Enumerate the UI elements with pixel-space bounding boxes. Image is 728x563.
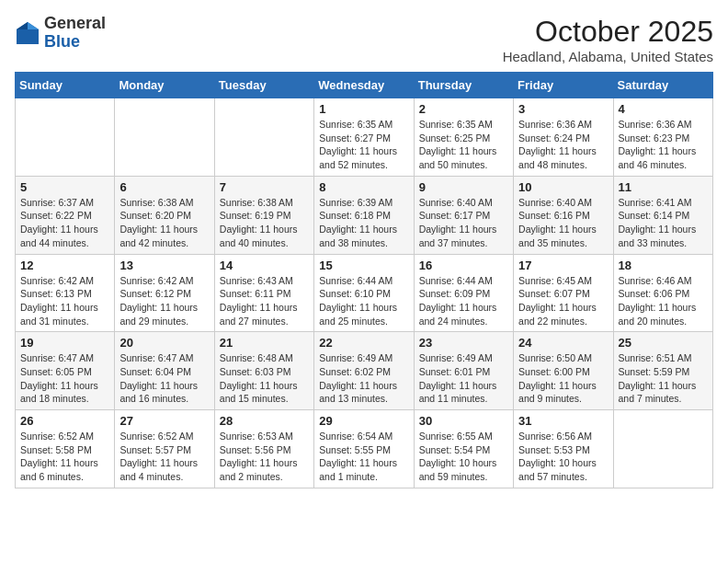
weekday-header-sunday: Sunday [16,73,115,98]
calendar-table: SundayMondayTuesdayWednesdayThursdayFrid… [15,72,713,488]
day-info: Sunrise: 6:49 AM Sunset: 6:02 PM Dayligh… [319,351,408,406]
day-number: 23 [419,336,508,350]
day-info: Sunrise: 6:40 AM Sunset: 6:17 PM Dayligh… [419,196,508,250]
week-row-5: 26Sunrise: 6:52 AM Sunset: 5:58 PM Dayli… [16,410,713,488]
day-cell: 3Sunrise: 6:36 AM Sunset: 6:24 PM Daylig… [514,98,613,177]
day-number: 21 [220,336,309,350]
day-number: 11 [619,180,708,194]
day-cell [16,98,115,177]
day-cell [115,98,214,177]
day-cell: 25Sunrise: 6:51 AM Sunset: 5:59 PM Dayli… [613,332,712,410]
day-cell: 20Sunrise: 6:47 AM Sunset: 6:04 PM Dayli… [115,332,214,410]
day-cell: 7Sunrise: 6:38 AM Sunset: 6:19 PM Daylig… [214,176,313,254]
day-info: Sunrise: 6:53 AM Sunset: 5:56 PM Dayligh… [220,430,309,484]
day-number: 29 [319,414,408,428]
day-info: Sunrise: 6:55 AM Sunset: 5:54 PM Dayligh… [419,430,508,484]
day-number: 30 [419,414,508,428]
day-cell: 16Sunrise: 6:44 AM Sunset: 6:09 PM Dayli… [414,254,513,332]
day-cell: 6Sunrise: 6:38 AM Sunset: 6:20 PM Daylig… [115,176,214,254]
day-info: Sunrise: 6:52 AM Sunset: 5:58 PM Dayligh… [20,430,109,484]
day-number: 9 [419,180,508,194]
day-info: Sunrise: 6:48 AM Sunset: 6:03 PM Dayligh… [220,351,309,406]
svg-marker-2 [17,22,28,29]
weekday-header-friday: Friday [514,73,613,98]
day-cell: 22Sunrise: 6:49 AM Sunset: 6:02 PM Dayli… [314,332,414,410]
weekday-header-monday: Monday [115,73,214,98]
day-number: 31 [518,414,608,428]
day-number: 27 [119,414,209,428]
day-number: 15 [319,259,408,272]
day-cell: 10Sunrise: 6:40 AM Sunset: 6:16 PM Dayli… [514,176,613,254]
month-title: October 2025 [503,15,713,49]
day-info: Sunrise: 6:41 AM Sunset: 6:14 PM Dayligh… [619,196,708,250]
day-cell: 5Sunrise: 6:37 AM Sunset: 6:22 PM Daylig… [16,176,115,254]
day-info: Sunrise: 6:50 AM Sunset: 6:00 PM Dayligh… [518,351,608,406]
day-cell: 19Sunrise: 6:47 AM Sunset: 6:05 PM Dayli… [16,332,115,410]
weekday-header-wednesday: Wednesday [314,73,414,98]
day-info: Sunrise: 6:40 AM Sunset: 6:16 PM Dayligh… [518,196,608,250]
day-number: 19 [20,336,109,350]
day-info: Sunrise: 6:44 AM Sunset: 6:09 PM Dayligh… [419,274,508,328]
day-cell: 27Sunrise: 6:52 AM Sunset: 5:57 PM Dayli… [115,410,214,488]
day-number: 6 [119,180,209,194]
day-info: Sunrise: 6:45 AM Sunset: 6:07 PM Dayligh… [518,274,608,328]
day-cell: 13Sunrise: 6:42 AM Sunset: 6:12 PM Dayli… [115,254,214,332]
day-number: 10 [518,180,608,194]
logo: General Blue [15,15,106,52]
day-cell: 24Sunrise: 6:50 AM Sunset: 6:00 PM Dayli… [514,332,613,410]
day-info: Sunrise: 6:38 AM Sunset: 6:19 PM Dayligh… [220,196,309,250]
week-row-4: 19Sunrise: 6:47 AM Sunset: 6:05 PM Dayli… [16,332,713,410]
day-info: Sunrise: 6:47 AM Sunset: 6:05 PM Dayligh… [20,351,109,406]
day-number: 24 [518,336,608,350]
day-cell: 30Sunrise: 6:55 AM Sunset: 5:54 PM Dayli… [414,410,513,488]
day-info: Sunrise: 6:49 AM Sunset: 6:01 PM Dayligh… [419,351,508,406]
day-info: Sunrise: 6:36 AM Sunset: 6:24 PM Dayligh… [518,118,608,172]
day-cell: 17Sunrise: 6:45 AM Sunset: 6:07 PM Dayli… [514,254,613,332]
day-cell: 21Sunrise: 6:48 AM Sunset: 6:03 PM Dayli… [214,332,313,410]
day-cell: 18Sunrise: 6:46 AM Sunset: 6:06 PM Dayli… [613,254,712,332]
weekday-header-row: SundayMondayTuesdayWednesdayThursdayFrid… [16,73,713,98]
day-cell: 15Sunrise: 6:44 AM Sunset: 6:10 PM Dayli… [314,254,414,332]
day-info: Sunrise: 6:42 AM Sunset: 6:13 PM Dayligh… [20,274,109,328]
week-row-1: 1Sunrise: 6:35 AM Sunset: 6:27 PM Daylig… [16,98,713,177]
week-row-3: 12Sunrise: 6:42 AM Sunset: 6:13 PM Dayli… [16,254,713,332]
day-info: Sunrise: 6:44 AM Sunset: 6:10 PM Dayligh… [319,274,408,328]
day-info: Sunrise: 6:54 AM Sunset: 5:55 PM Dayligh… [319,430,408,484]
day-info: Sunrise: 6:35 AM Sunset: 6:27 PM Dayligh… [319,118,408,172]
day-cell: 28Sunrise: 6:53 AM Sunset: 5:56 PM Dayli… [214,410,313,488]
day-cell: 2Sunrise: 6:35 AM Sunset: 6:25 PM Daylig… [414,98,513,177]
day-number: 8 [319,180,408,194]
day-number: 12 [20,259,109,272]
day-number: 2 [419,102,508,116]
day-cell: 31Sunrise: 6:56 AM Sunset: 5:53 PM Dayli… [514,410,613,488]
day-number: 5 [20,180,109,194]
day-cell: 8Sunrise: 6:39 AM Sunset: 6:18 PM Daylig… [314,176,414,254]
day-number: 7 [220,180,309,194]
svg-marker-1 [28,22,39,29]
day-cell: 23Sunrise: 6:49 AM Sunset: 6:01 PM Dayli… [414,332,513,410]
logo-icon [15,20,40,46]
day-number: 17 [518,259,608,272]
day-info: Sunrise: 6:36 AM Sunset: 6:23 PM Dayligh… [619,118,708,172]
logo-text: General Blue [44,15,106,52]
day-number: 16 [419,259,508,272]
day-number: 4 [619,102,708,116]
day-number: 13 [119,259,209,272]
day-number: 14 [220,259,309,272]
day-cell: 26Sunrise: 6:52 AM Sunset: 5:58 PM Dayli… [16,410,115,488]
day-number: 26 [20,414,109,428]
day-cell: 29Sunrise: 6:54 AM Sunset: 5:55 PM Dayli… [314,410,414,488]
day-info: Sunrise: 6:38 AM Sunset: 6:20 PM Dayligh… [119,196,209,250]
day-number: 22 [319,336,408,350]
weekday-header-tuesday: Tuesday [214,73,313,98]
day-number: 20 [119,336,209,350]
weekday-header-saturday: Saturday [613,73,712,98]
day-info: Sunrise: 6:35 AM Sunset: 6:25 PM Dayligh… [419,118,508,172]
day-number: 3 [518,102,608,116]
day-cell: 4Sunrise: 6:36 AM Sunset: 6:23 PM Daylig… [613,98,712,177]
day-cell: 9Sunrise: 6:40 AM Sunset: 6:17 PM Daylig… [414,176,513,254]
day-cell: 14Sunrise: 6:43 AM Sunset: 6:11 PM Dayli… [214,254,313,332]
location: Headland, Alabama, United States [503,49,713,64]
day-number: 28 [220,414,309,428]
day-info: Sunrise: 6:39 AM Sunset: 6:18 PM Dayligh… [319,196,408,250]
